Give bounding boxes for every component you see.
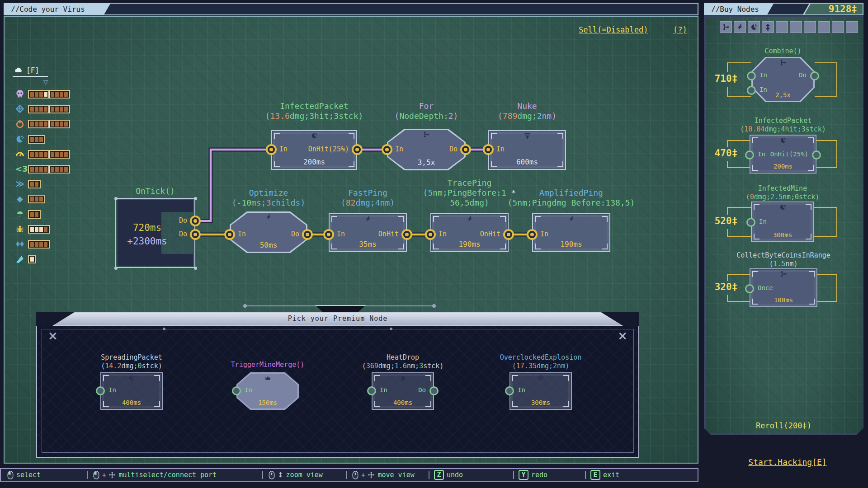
stat-bar <box>28 105 70 113</box>
toolbar-hint-label: move view <box>377 471 414 479</box>
empty-slot[interactable] <box>846 21 858 33</box>
bolt-slot[interactable] <box>734 21 746 33</box>
bolt-icon <box>467 216 473 222</box>
bar-segment <box>30 152 34 157</box>
bar-segment <box>55 122 59 127</box>
port-in[interactable] <box>96 386 105 395</box>
port-label: In <box>439 230 447 238</box>
dagger-slot[interactable]: ‡ <box>762 21 774 33</box>
port-do[interactable] <box>429 386 439 395</box>
port-do[interactable] <box>302 229 313 240</box>
port-onhit25[interactable] <box>812 150 821 160</box>
port-label: Do <box>449 145 458 153</box>
port-dot <box>327 233 330 236</box>
bar-segment <box>51 122 54 127</box>
ontick-time: +2300ms <box>117 236 177 247</box>
bar-segment <box>51 152 54 157</box>
port-in[interactable] <box>483 144 494 155</box>
toolbar-divider <box>262 471 263 479</box>
corner-bracket <box>398 244 404 249</box>
price-bracket-left <box>727 295 750 302</box>
port-label: Do <box>291 230 299 238</box>
corner-bracket <box>808 137 814 143</box>
fork-slot[interactable] <box>720 21 732 33</box>
port-in[interactable] <box>367 386 376 395</box>
port-dot <box>507 233 510 236</box>
price-bracket-left <box>727 140 750 147</box>
port-in[interactable] <box>505 386 514 395</box>
port-in[interactable] <box>425 229 436 240</box>
move-arrows-icon <box>108 471 116 479</box>
port-label: Do <box>179 230 187 238</box>
port-label: Do <box>799 71 807 79</box>
bar-segment <box>51 167 54 172</box>
price-bracket-left <box>727 62 751 72</box>
bar-segment <box>39 227 43 232</box>
port-in[interactable] <box>232 386 241 395</box>
corner-bracket <box>398 216 404 222</box>
port-in[interactable] <box>224 229 235 240</box>
port-dot <box>429 233 432 236</box>
port-label: In <box>496 145 505 153</box>
node-time: 2,5x <box>775 91 791 99</box>
port-in[interactable] <box>527 229 538 240</box>
mouse-wheel-icon <box>269 471 275 479</box>
toolbar-divider <box>87 471 88 479</box>
port-in[interactable] <box>745 150 754 160</box>
corner-bracket <box>602 244 608 249</box>
fork-icon <box>780 59 787 66</box>
port-in[interactable] <box>323 229 334 240</box>
buy-panel-title: //Buy Nodes <box>711 5 759 14</box>
sell-link[interactable]: Sell(=Disabled) <box>579 25 648 34</box>
empty-slot[interactable] <box>818 21 830 33</box>
port-do[interactable] <box>460 144 471 155</box>
bar-segment <box>55 92 59 97</box>
bar-segment <box>30 242 34 247</box>
key-e: E <box>590 470 600 480</box>
port-do[interactable] <box>190 229 201 240</box>
help-link[interactable]: (?) <box>673 25 687 34</box>
port-in[interactable] <box>746 218 755 227</box>
port-onhit25[interactable] <box>352 144 363 155</box>
port-in[interactable] <box>266 144 277 155</box>
reroll-button[interactable]: Reroll(200‡) <box>704 421 863 430</box>
pacman-slot[interactable] <box>748 21 760 33</box>
bar-segment <box>64 152 68 157</box>
bar-segment <box>60 107 63 112</box>
port-onhit[interactable] <box>503 229 514 240</box>
fork-icon <box>780 271 787 277</box>
bar-segment <box>51 107 54 112</box>
bar-segment <box>30 182 34 187</box>
toolbar-hint-label: redo <box>531 471 547 479</box>
code-panel-title: //Code your Virus <box>11 5 85 14</box>
port-dot <box>486 148 490 151</box>
corner-bracket <box>349 133 354 139</box>
port-in[interactable] <box>747 86 756 95</box>
stat-bar <box>28 195 45 203</box>
port-label: Once <box>758 284 773 291</box>
port-once[interactable] <box>745 284 754 293</box>
bar-segment <box>44 227 47 232</box>
port-do[interactable] <box>190 216 201 226</box>
port-label: In <box>759 218 767 225</box>
toolbar-hint-label: exit <box>603 471 619 479</box>
bar-segment <box>44 107 47 112</box>
port-in[interactable] <box>382 144 392 155</box>
empty-slot[interactable] <box>832 21 844 33</box>
empty-slot[interactable] <box>790 21 802 33</box>
port-dot <box>355 148 359 151</box>
price-label: 520‡ <box>708 216 744 226</box>
bar-segment <box>64 122 68 127</box>
bar-segment <box>35 152 38 157</box>
corner-bracket <box>557 133 563 139</box>
corner-bracket <box>512 375 518 381</box>
bar-segment <box>44 167 47 172</box>
empty-slot[interactable] <box>804 21 816 33</box>
port-label: OnHit <box>480 230 500 238</box>
empty-slot[interactable] <box>776 21 788 33</box>
bar-segment <box>55 152 59 157</box>
start-hacking-button[interactable]: Start.Hacking[E] <box>711 457 864 467</box>
port-onhit[interactable] <box>401 229 412 240</box>
port-do[interactable] <box>810 71 819 80</box>
port-in[interactable] <box>747 71 756 80</box>
